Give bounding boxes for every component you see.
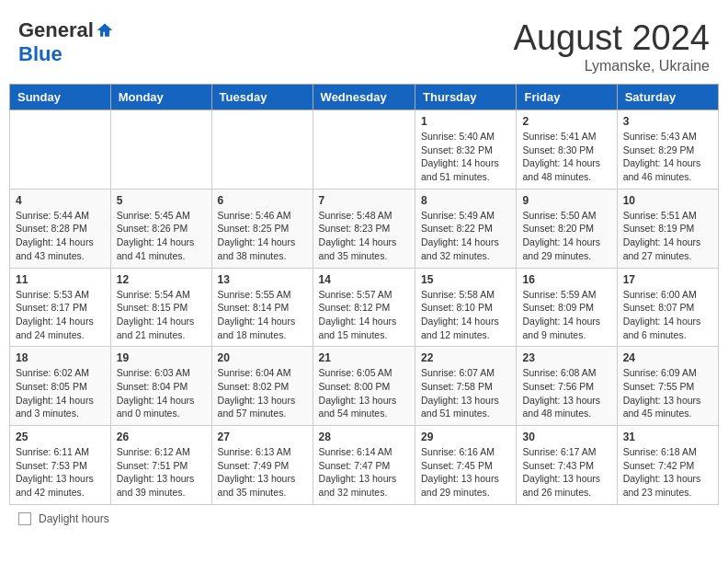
calendar-cell: 22Sunrise: 6:07 AM Sunset: 7:58 PM Dayli… — [415, 347, 517, 426]
day-info: Sunrise: 6:11 AM Sunset: 7:53 PM Dayligh… — [16, 445, 105, 500]
calendar-cell: 14Sunrise: 5:57 AM Sunset: 8:12 PM Dayli… — [313, 268, 415, 347]
calendar-header-friday: Friday — [517, 85, 617, 110]
day-number: 30 — [522, 431, 610, 443]
day-info: Sunrise: 5:57 AM Sunset: 8:12 PM Dayligh… — [319, 288, 409, 342]
day-number: 12 — [117, 273, 206, 286]
day-number: 16 — [522, 273, 610, 286]
day-info: Sunrise: 5:44 AM Sunset: 8:28 PM Dayligh… — [16, 209, 105, 263]
calendar-cell: 26Sunrise: 6:12 AM Sunset: 7:51 PM Dayli… — [110, 426, 211, 505]
day-number: 24 — [623, 351, 712, 364]
calendar-cell: 13Sunrise: 5:55 AM Sunset: 8:14 PM Dayli… — [211, 268, 313, 347]
day-info: Sunrise: 6:18 AM Sunset: 7:42 PM Dayligh… — [623, 445, 712, 500]
day-info: Sunrise: 5:46 AM Sunset: 8:25 PM Dayligh… — [218, 209, 307, 263]
calendar-cell: 3Sunrise: 5:43 AM Sunset: 8:29 PM Daylig… — [617, 110, 718, 190]
day-info: Sunrise: 5:55 AM Sunset: 8:14 PM Dayligh… — [218, 288, 307, 342]
calendar-cell: 28Sunrise: 6:14 AM Sunset: 7:47 PM Dayli… — [313, 426, 415, 505]
calendar-cell: 27Sunrise: 6:13 AM Sunset: 7:49 PM Dayli… — [211, 426, 313, 505]
day-number: 8 — [421, 194, 510, 207]
day-info: Sunrise: 5:49 AM Sunset: 8:22 PM Dayligh… — [421, 209, 510, 263]
logo-blue-text: Blue — [18, 42, 63, 65]
calendar-cell — [313, 110, 415, 190]
calendar-header-row: SundayMondayTuesdayWednesdayThursdayFrid… — [10, 85, 719, 110]
day-number: 11 — [16, 273, 105, 286]
calendar-header-thursday: Thursday — [415, 85, 517, 110]
day-number: 26 — [117, 431, 206, 443]
calendar-cell — [110, 110, 211, 190]
calendar-header-tuesday: Tuesday — [211, 85, 313, 110]
calendar-header-sunday: Sunday — [10, 85, 111, 110]
calendar-cell: 18Sunrise: 6:02 AM Sunset: 8:05 PM Dayli… — [10, 347, 111, 426]
calendar-cell: 11Sunrise: 5:53 AM Sunset: 8:17 PM Dayli… — [10, 268, 111, 347]
day-number: 19 — [117, 351, 206, 364]
day-info: Sunrise: 6:12 AM Sunset: 7:51 PM Dayligh… — [117, 445, 206, 500]
day-number: 5 — [117, 194, 206, 207]
calendar-cell: 17Sunrise: 6:00 AM Sunset: 8:07 PM Dayli… — [617, 268, 718, 347]
day-number: 22 — [421, 351, 510, 364]
day-info: Sunrise: 5:43 AM Sunset: 8:29 PM Dayligh… — [623, 130, 712, 184]
calendar-week-row: 18Sunrise: 6:02 AM Sunset: 8:05 PM Dayli… — [10, 347, 719, 426]
calendar-cell: 29Sunrise: 6:16 AM Sunset: 7:45 PM Dayli… — [415, 426, 517, 505]
day-number: 9 — [522, 194, 610, 207]
day-number: 17 — [623, 273, 712, 286]
header: General Blue August 2024 Lymanske, Ukrai… — [9, 9, 719, 79]
logo-icon — [96, 21, 114, 40]
calendar-week-row: 25Sunrise: 6:11 AM Sunset: 7:53 PM Dayli… — [10, 426, 719, 505]
day-number: 20 — [218, 351, 307, 364]
day-number: 6 — [218, 194, 307, 207]
day-info: Sunrise: 6:07 AM Sunset: 7:58 PM Dayligh… — [421, 366, 510, 420]
calendar-cell: 6Sunrise: 5:46 AM Sunset: 8:25 PM Daylig… — [211, 189, 313, 268]
day-number: 18 — [16, 351, 105, 364]
calendar-cell: 25Sunrise: 6:11 AM Sunset: 7:53 PM Dayli… — [10, 426, 111, 505]
day-info: Sunrise: 5:50 AM Sunset: 8:20 PM Dayligh… — [522, 209, 610, 263]
day-info: Sunrise: 6:03 AM Sunset: 8:04 PM Dayligh… — [117, 366, 206, 420]
day-info: Sunrise: 6:00 AM Sunset: 8:07 PM Dayligh… — [623, 288, 712, 342]
day-number: 28 — [319, 431, 409, 443]
day-number: 13 — [218, 273, 307, 286]
calendar-cell: 2Sunrise: 5:41 AM Sunset: 8:30 PM Daylig… — [517, 110, 617, 190]
day-number: 27 — [218, 431, 307, 443]
calendar-cell: 7Sunrise: 5:48 AM Sunset: 8:23 PM Daylig… — [313, 189, 415, 268]
month-title: August 2024 — [514, 18, 710, 58]
day-number: 15 — [421, 273, 510, 286]
day-number: 2 — [522, 115, 610, 128]
calendar-cell: 23Sunrise: 6:08 AM Sunset: 7:56 PM Dayli… — [517, 347, 617, 426]
calendar-cell: 9Sunrise: 5:50 AM Sunset: 8:20 PM Daylig… — [517, 189, 617, 268]
title-area: August 2024 Lymanske, Ukraine — [514, 18, 710, 75]
day-info: Sunrise: 6:05 AM Sunset: 8:00 PM Dayligh… — [319, 366, 409, 420]
daylight-label: Daylight hours — [39, 512, 109, 525]
day-info: Sunrise: 5:40 AM Sunset: 8:32 PM Dayligh… — [421, 130, 510, 184]
calendar-cell: 1Sunrise: 5:40 AM Sunset: 8:32 PM Daylig… — [415, 110, 517, 190]
day-info: Sunrise: 6:08 AM Sunset: 7:56 PM Dayligh… — [522, 366, 610, 420]
calendar-table: SundayMondayTuesdayWednesdayThursdayFrid… — [9, 84, 719, 505]
calendar-cell: 4Sunrise: 5:44 AM Sunset: 8:28 PM Daylig… — [10, 189, 111, 268]
day-info: Sunrise: 5:53 AM Sunset: 8:17 PM Dayligh… — [16, 288, 105, 342]
calendar-week-row: 4Sunrise: 5:44 AM Sunset: 8:28 PM Daylig… — [10, 189, 719, 268]
svg-marker-0 — [97, 24, 113, 37]
day-number: 29 — [421, 431, 510, 443]
day-info: Sunrise: 6:09 AM Sunset: 7:55 PM Dayligh… — [623, 366, 712, 420]
day-number: 4 — [16, 194, 105, 207]
footer: Daylight hours — [9, 505, 719, 529]
day-number: 10 — [623, 194, 712, 207]
day-info: Sunrise: 5:59 AM Sunset: 8:09 PM Dayligh… — [522, 288, 610, 342]
day-info: Sunrise: 5:54 AM Sunset: 8:15 PM Dayligh… — [117, 288, 206, 342]
day-info: Sunrise: 5:51 AM Sunset: 8:19 PM Dayligh… — [623, 209, 712, 263]
day-number: 23 — [522, 351, 610, 364]
calendar-cell: 19Sunrise: 6:03 AM Sunset: 8:04 PM Dayli… — [110, 347, 211, 426]
day-info: Sunrise: 5:45 AM Sunset: 8:26 PM Dayligh… — [117, 209, 206, 263]
logo: General Blue — [18, 18, 114, 66]
day-number: 1 — [421, 115, 510, 128]
day-info: Sunrise: 5:41 AM Sunset: 8:30 PM Dayligh… — [522, 130, 610, 184]
day-number: 21 — [319, 351, 409, 364]
day-info: Sunrise: 6:17 AM Sunset: 7:43 PM Dayligh… — [522, 445, 610, 500]
day-number: 3 — [623, 115, 712, 128]
day-number: 7 — [319, 194, 409, 207]
day-info: Sunrise: 6:13 AM Sunset: 7:49 PM Dayligh… — [218, 445, 307, 500]
day-info: Sunrise: 6:04 AM Sunset: 8:02 PM Dayligh… — [218, 366, 307, 420]
calendar-cell: 30Sunrise: 6:17 AM Sunset: 7:43 PM Dayli… — [517, 426, 617, 505]
calendar-cell: 20Sunrise: 6:04 AM Sunset: 8:02 PM Dayli… — [211, 347, 313, 426]
location-title: Lymanske, Ukraine — [514, 58, 710, 75]
calendar-cell: 31Sunrise: 6:18 AM Sunset: 7:42 PM Dayli… — [617, 426, 718, 505]
calendar-header-monday: Monday — [110, 85, 211, 110]
calendar-header-saturday: Saturday — [617, 85, 718, 110]
